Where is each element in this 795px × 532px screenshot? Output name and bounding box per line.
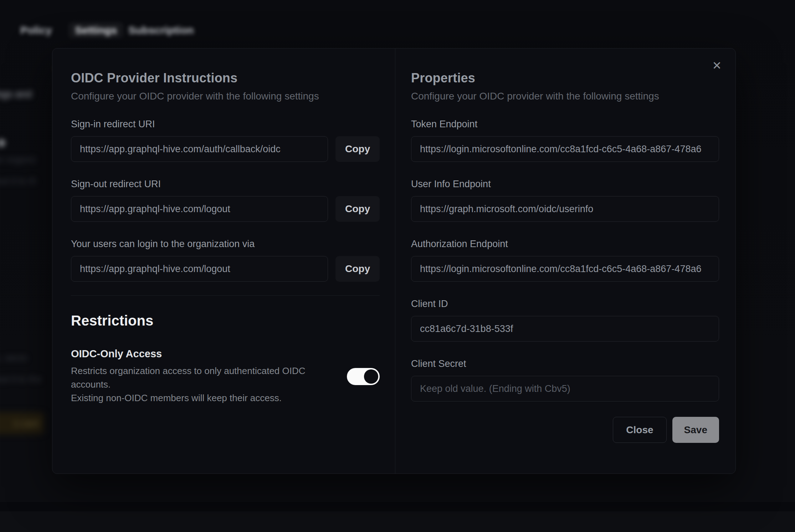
restrictions-title: Restrictions — [71, 313, 380, 329]
copy-button[interactable]: Copy — [335, 196, 380, 222]
signout-redirect-field: Sign-out redirect URI Copy — [71, 179, 380, 222]
close-button[interactable]: Close — [613, 417, 666, 443]
column-divider — [395, 48, 395, 474]
signin-redirect-input[interactable] — [71, 136, 328, 162]
client-secret-input[interactable] — [411, 376, 719, 401]
toggle-thumb — [364, 369, 378, 384]
save-button[interactable]: Save — [672, 417, 719, 443]
oidc-only-access-toggle[interactable] — [347, 368, 380, 385]
tab-subscription[interactable]: Subscription — [128, 24, 194, 36]
blurred-background-button: s card — [0, 412, 44, 434]
blurred-background-text: ttings and — [0, 88, 32, 100]
copy-button[interactable]: Copy — [335, 136, 380, 162]
signout-redirect-label: Sign-out redirect URI — [71, 179, 380, 190]
login-via-field: Your users can login to the organization… — [71, 239, 380, 282]
client-id-field: Client ID — [411, 298, 719, 342]
signin-redirect-label: Sign-in redirect URI — [71, 119, 380, 130]
properties-subtitle: Configure your OIDC provider with the fo… — [411, 91, 719, 102]
token-endpoint-field: Token Endpoint — [411, 119, 719, 162]
section-divider — [71, 295, 380, 296]
oidc-only-access-description: Restricts organization access to only au… — [71, 364, 320, 405]
userinfo-endpoint-label: User Info Endpoint — [411, 179, 719, 190]
blurred-background-text: IDs, secre — [0, 352, 27, 363]
userinfo-endpoint-input[interactable] — [411, 196, 719, 222]
authorization-endpoint-field: Authorization Endpoint — [411, 239, 719, 282]
tab-settings[interactable]: Settings — [68, 22, 123, 39]
blurred-background-text: your organiz — [0, 154, 37, 165]
background-tab-bar: Policy Settings Subscription — [0, 24, 321, 43]
client-secret-field: Client Secret — [411, 358, 719, 401]
authorization-endpoint-label: Authorization Endpoint — [411, 239, 719, 250]
instructions-column: OIDC Provider Instructions Configure you… — [71, 71, 380, 405]
token-endpoint-label: Token Endpoint — [411, 119, 719, 130]
blurred-background-text: about it to th — [0, 175, 37, 186]
authorization-endpoint-input[interactable] — [411, 256, 719, 282]
login-via-input[interactable] — [71, 256, 328, 282]
tab-policy[interactable]: Policy — [20, 24, 52, 36]
instructions-subtitle: Configure your OIDC provider with the fo… — [71, 91, 380, 102]
oidc-only-access-texts: OIDC-Only Access Restricts organization … — [71, 348, 320, 405]
properties-title: Properties — [411, 71, 719, 86]
description-line-2: Existing non-OIDC members will keep thei… — [71, 393, 282, 403]
oidc-only-access-label: OIDC-Only Access — [71, 348, 320, 360]
properties-column: Properties Configure your OIDC provider … — [411, 71, 719, 443]
client-id-input[interactable] — [411, 316, 719, 342]
backdrop-band — [0, 502, 795, 511]
signin-redirect-field: Sign-in redirect URI Copy — [71, 119, 380, 162]
oidc-only-access-row: OIDC-Only Access Restricts organization … — [71, 348, 380, 405]
blurred-background-text: about it to the — [0, 374, 42, 385]
signout-redirect-input[interactable] — [71, 196, 328, 222]
userinfo-endpoint-field: User Info Endpoint — [411, 179, 719, 222]
client-id-label: Client ID — [411, 298, 719, 310]
backdrop-footer-area — [0, 511, 795, 532]
oidc-settings-dialog: ✕ OIDC Provider Instructions Configure y… — [52, 48, 736, 474]
client-secret-label: Client Secret — [411, 358, 719, 369]
dialog-actions: Close Save — [411, 417, 719, 443]
instructions-title: OIDC Provider Instructions — [71, 71, 380, 86]
token-endpoint-input[interactable] — [411, 136, 719, 162]
login-via-label: Your users can login to the organization… — [71, 239, 380, 250]
copy-button[interactable]: Copy — [335, 256, 380, 282]
description-line-1: Restricts organization access to only au… — [71, 365, 306, 390]
